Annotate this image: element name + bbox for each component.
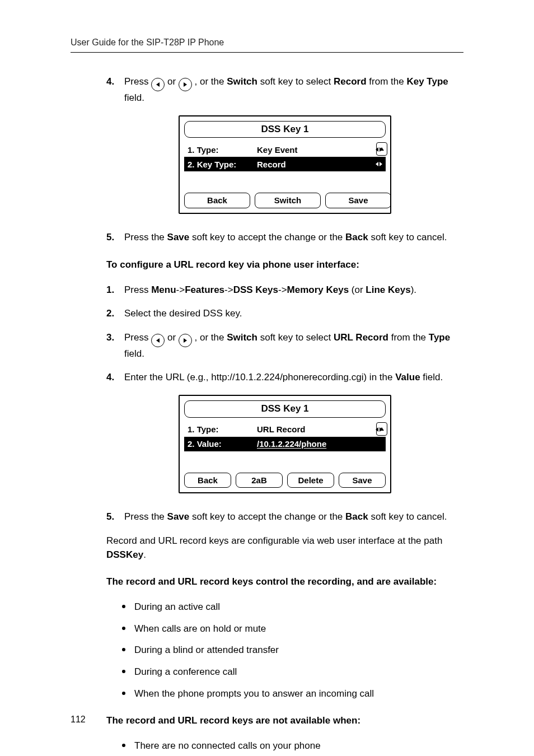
menu-label: Menu	[151, 284, 176, 295]
softkey-delete[interactable]: Delete	[287, 473, 334, 488]
right-arrow-icon	[179, 334, 192, 347]
step-2: 2. Select the desired DSS key.	[106, 307, 463, 321]
text: soft key to accept the change or the	[192, 511, 345, 522]
content: 4. Press or , or the Switch soft key to …	[71, 75, 463, 756]
list-item: During an active call	[122, 600, 463, 614]
step-text: Select the desired DSS key.	[124, 307, 463, 321]
text: soft key to cancel.	[371, 511, 447, 522]
step-4b: 4. Enter the URL (e.g., http://10.1.2.22…	[106, 371, 463, 385]
row-value: Record	[249, 158, 372, 171]
step-text: Enter the URL (e.g., http://10.1.2.224/p…	[124, 371, 463, 385]
text: from the	[369, 76, 406, 87]
arrow: ->	[176, 284, 185, 295]
text: Press	[124, 76, 151, 87]
left-arrow-icon	[151, 334, 165, 347]
text: field.	[124, 92, 144, 103]
back-label: Back	[345, 232, 368, 242]
text: from the	[391, 332, 429, 343]
text: field.	[124, 348, 144, 359]
list-item: During a conference call	[122, 665, 463, 679]
step-number: 2.	[106, 307, 119, 321]
phone-lcd-2: DSS Key 1 1. Type: URL Record 2. Value: …	[179, 395, 391, 493]
softkey-row: Back 2aB Delete Save	[184, 473, 386, 488]
lcd-body: 1. Type: Key Event 2. Key Type: Record	[184, 142, 386, 187]
switch-label: Switch	[227, 76, 257, 87]
running-header: User Guide for the SIP-T28P IP Phone	[71, 36, 463, 53]
text: Press the	[124, 511, 167, 522]
save-label: Save	[167, 232, 190, 242]
dsskey-label: DSSKey	[106, 549, 143, 560]
row-value: /10.1.2.224/phone	[249, 438, 372, 450]
text: ).	[411, 284, 416, 295]
lcd-body: 1. Type: URL Record 2. Value: /10.1.2.22…	[184, 422, 386, 467]
section-not-available: The record and URL record keys are not a…	[106, 714, 463, 728]
row-label: 2. Key Type:	[184, 158, 249, 171]
row-label: 2. Value:	[184, 438, 249, 450]
text: Enter the URL (e.g., http://10.1.2.224/p…	[124, 372, 395, 382]
memory-keys-label: Memory Keys	[287, 284, 349, 295]
lcd-row-type: 1. Type: Key Event	[184, 142, 386, 157]
step-number: 3.	[106, 331, 119, 361]
record-label: Record	[334, 76, 367, 87]
step-number: 4.	[106, 371, 119, 385]
section-available: The record and URL record keys control t…	[106, 575, 463, 589]
right-arrow-icon	[179, 78, 192, 91]
back-label: Back	[345, 511, 368, 522]
row-arrows-icon	[372, 162, 386, 166]
scroll-up-icon	[376, 422, 387, 436]
step-text: Press or , or the Switch soft key to sel…	[124, 75, 463, 105]
softkey-switch[interactable]: Switch	[255, 193, 321, 208]
step-5b: 5. Press the Save soft key to accept the…	[106, 510, 463, 524]
scroll-up-icon	[376, 142, 387, 156]
softkey-back[interactable]: Back	[184, 193, 250, 208]
text: soft key to select	[260, 76, 334, 87]
text: (or	[349, 284, 366, 295]
step-number: 1.	[106, 283, 119, 297]
softkey-mode[interactable]: 2aB	[236, 473, 283, 488]
arrow: ->	[224, 284, 233, 295]
page-number: 112	[71, 713, 86, 726]
not-available-list: There are no connected calls on your pho…	[106, 739, 463, 756]
lcd-row-keytype: 2. Key Type: Record	[184, 157, 386, 171]
lcd-title: DSS Key 1	[184, 400, 386, 418]
softkey-row: Back Switch Save	[184, 193, 386, 208]
page: User Guide for the SIP-T28P IP Phone 4. …	[0, 0, 534, 756]
softkey-save[interactable]: Save	[339, 473, 386, 488]
lcd-title: DSS Key 1	[184, 121, 386, 138]
left-arrow-icon	[151, 78, 165, 91]
text: soft key to select	[260, 332, 334, 343]
step-text: Press the Save soft key to accept the ch…	[124, 510, 463, 524]
step-3: 3. Press or , or the Switch soft key to …	[106, 331, 463, 361]
row-label: 1. Type:	[184, 423, 249, 436]
paragraph-web-config: Record and URL record keys are configura…	[106, 534, 463, 562]
step-number: 5.	[106, 510, 119, 524]
scroll-column	[376, 142, 388, 156]
step-text: Press Menu->Features->DSS Keys->Memory K…	[124, 283, 463, 297]
features-label: Features	[185, 284, 224, 295]
line-keys-label: Line Keys	[366, 284, 410, 295]
text: Press the	[124, 232, 167, 242]
step-5a: 5. Press the Save soft key to accept the…	[106, 231, 463, 245]
type-label: Type	[429, 332, 450, 343]
save-label: Save	[167, 511, 190, 522]
row-value: Key Event	[249, 144, 372, 156]
section-configure-url: To configure a URL record key via phone …	[106, 258, 463, 272]
softkey-back[interactable]: Back	[184, 473, 231, 488]
list-item: When the phone prompts you to answer an …	[122, 687, 463, 701]
dss-keys-label: DSS Keys	[233, 284, 278, 295]
scroll-column	[376, 422, 388, 436]
list-item: There are no connected calls on your pho…	[122, 739, 463, 753]
text: , or the	[195, 332, 227, 343]
url-record-label: URL Record	[334, 332, 388, 343]
text: or	[167, 332, 179, 343]
text: .	[143, 549, 146, 560]
text: or	[167, 76, 179, 87]
value-label: Value	[395, 372, 420, 382]
text: , or the	[195, 76, 227, 87]
row-value: URL Record	[249, 423, 372, 436]
step-number: 5.	[106, 231, 119, 245]
softkey-save[interactable]: Save	[325, 193, 391, 208]
row-label: 1. Type:	[184, 144, 249, 156]
available-list: During an active call When calls are on …	[106, 600, 463, 701]
text: soft key to accept the change or the	[192, 232, 345, 242]
